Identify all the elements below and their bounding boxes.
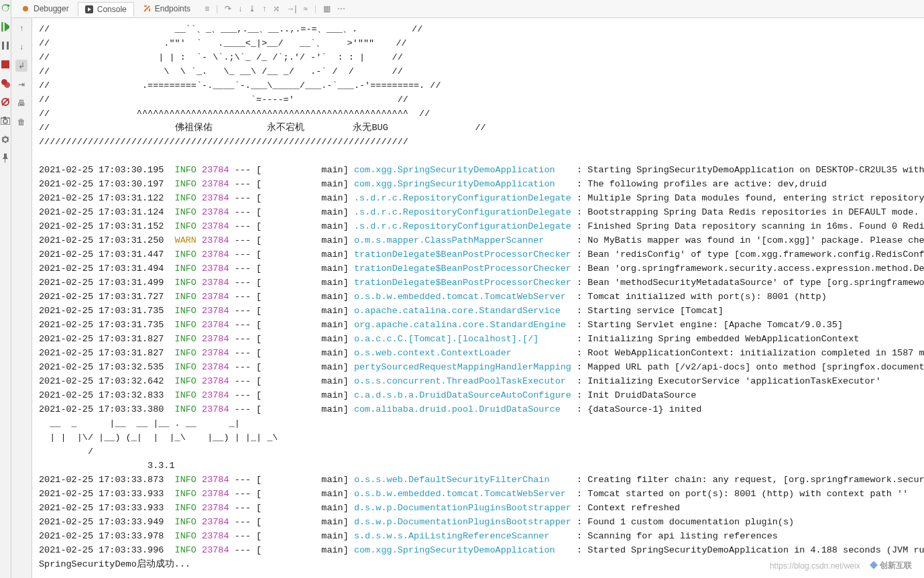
endpoints-icon [143,5,151,13]
layout-icon[interactable]: ≡ [205,4,209,13]
svg-point-4 [4,82,10,88]
camera-icon[interactable] [0,115,11,126]
console-output[interactable]: // __``、_、___,.__、__..,.=-=、___、. // // … [32,18,924,578]
more-icon[interactable]: ⋯ [337,4,345,13]
tab-endpoints[interactable]: Endpoints [135,1,198,16]
evaluate-icon[interactable]: ≈ [303,4,308,13]
rerun-icon[interactable] [0,3,11,13]
console-toolbar: ≡ | ↷ ↓ ⤓ ↑ ⤭ →| ≈ | ▦ ⋯ [205,4,345,13]
breakpoints-icon[interactable] [0,78,11,89]
step-out-icon[interactable]: ↑ [262,4,266,13]
tab-console[interactable]: Console [78,2,134,17]
run-tool-gutter [0,0,11,578]
force-step-into-icon[interactable]: ⤓ [249,4,255,13]
svg-rect-1 [7,42,9,50]
scroll-down-icon[interactable]: ↓ [15,41,27,53]
tab-debugger[interactable]: Debugger [14,1,76,16]
mute-breakpoints-icon[interactable] [0,97,11,107]
tab-label: Console [97,5,127,14]
play-icon [85,5,93,13]
scroll-to-end-icon[interactable]: ⇥ [15,78,27,91]
bug-icon [21,5,30,13]
tab-label: Debugger [34,4,69,13]
svg-rect-0 [2,42,4,50]
stop-icon[interactable] [0,59,11,70]
grid-icon[interactable]: ▦ [323,4,331,13]
console-gutter: ↑ ↓ ↲ ⇥ 🖶 🗑 [11,18,32,578]
svg-point-8 [3,119,7,123]
svg-point-10 [23,6,28,11]
step-into-icon[interactable]: ↓ [238,4,242,13]
step-over-icon[interactable]: ↷ [225,4,231,13]
pause-icon[interactable] [0,40,11,51]
run-to-cursor-icon[interactable]: →| [286,4,296,13]
resume-icon[interactable] [0,21,11,32]
clear-icon[interactable]: 🗑 [15,116,27,128]
svg-rect-9 [3,117,6,119]
print-icon[interactable]: 🖶 [15,97,27,109]
svg-rect-2 [1,60,9,68]
drop-frame-icon[interactable]: ⤭ [273,4,280,13]
settings-icon[interactable] [0,134,11,145]
debug-tabbar: Debugger Console Endpoints ≡ | ↷ ↓ ⤓ ↑ ⤭… [11,0,924,18]
scroll-up-icon[interactable]: ↑ [15,22,27,34]
soft-wrap-icon[interactable]: ↲ [15,60,27,72]
pin-icon[interactable] [0,153,11,164]
tab-label: Endpoints [155,4,190,13]
